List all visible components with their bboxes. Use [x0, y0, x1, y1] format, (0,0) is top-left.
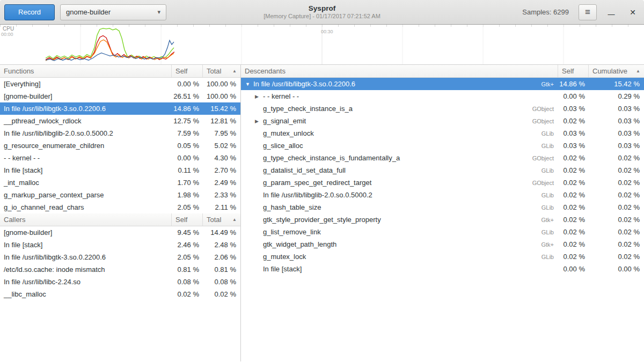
sort-arrow-icon: ▲ — [232, 217, 237, 222]
category-label: Gtk+ — [536, 241, 558, 248]
tree-row[interactable]: gtk_style_provider_get_style_propertyGtk… — [241, 213, 644, 226]
total-percent: 4.30 % — [203, 154, 240, 162]
table-row[interactable]: In file [stack]0.11 %2.70 % — [0, 164, 240, 176]
tree-row[interactable]: gtk_widget_path_lengthGtk+0.02 %0.02 % — [241, 238, 644, 250]
function-name: g_hash_table_size — [263, 203, 321, 211]
left-pane: Functions Self Total ▲ [Everything]0.00 … — [0, 65, 241, 361]
total-percent: 2.11 % — [203, 203, 240, 211]
table-row[interactable]: /etc/ld.so.cache: inode mismatch0.81 %0.… — [0, 263, 240, 276]
table-row[interactable]: g_markup_parse_context_parse1.98 %2.33 % — [0, 189, 240, 201]
table-row[interactable]: [Everything]0.00 %100.00 % — [0, 78, 240, 90]
record-button[interactable]: Record — [4, 4, 55, 20]
self-percent: 1.70 % — [172, 179, 203, 187]
table-row[interactable]: _int_malloc1.70 %2.49 % — [0, 176, 240, 189]
tree-row[interactable]: In file /usr/lib/libglib-2.0.so.0.5000.2… — [241, 189, 644, 201]
cumulative-column-header[interactable]: Cumulative ▲ — [589, 65, 644, 77]
process-selector-label: gnome-builder — [66, 8, 111, 16]
process-selector[interactable]: gnome-builder ▾ — [60, 4, 166, 20]
table-row[interactable]: g_io_channel_read_chars2.05 %2.11 % — [0, 201, 240, 213]
function-name: g_type_check_instance_is_fundamentally_a — [263, 154, 400, 162]
total-header-label: Total — [207, 67, 221, 75]
tree-row[interactable]: ▶- - kernel - -0.00 %0.29 % — [241, 90, 644, 102]
self-column-header[interactable]: Self — [172, 213, 203, 226]
total-percent: 5.02 % — [203, 142, 240, 150]
self-column-header[interactable]: Self — [172, 65, 203, 77]
self-percent: 0.02 % — [558, 228, 589, 236]
functions-table-body: [Everything]0.00 %100.00 %[gnome-builder… — [0, 78, 240, 213]
tree-row[interactable]: g_param_spec_get_redirect_targetGObject0… — [241, 176, 644, 189]
expander-expanded-icon[interactable]: ▼ — [245, 82, 253, 87]
function-name: _int_malloc — [0, 179, 172, 187]
expander-collapsed-icon[interactable]: ▶ — [255, 94, 263, 99]
self-percent: 0.02 % — [558, 203, 589, 211]
self-percent: 0.08 % — [172, 278, 203, 286]
function-name: In file /usr/lib/libc-2.24.so — [0, 278, 172, 286]
total-column-header[interactable]: Total ▲ — [203, 213, 240, 226]
callers-column-header[interactable]: Callers — [0, 213, 172, 226]
tree-row[interactable]: g_slice_allocGLib0.03 %0.03 % — [241, 139, 644, 152]
functions-table-header: Functions Self Total ▲ — [0, 65, 240, 78]
total-column-header[interactable]: Total ▲ — [203, 65, 240, 77]
function-name: g_list_remove_link — [263, 228, 321, 236]
self-percent: 0.05 % — [172, 142, 203, 150]
table-row[interactable]: g_resource_enumerate_children0.05 %5.02 … — [0, 139, 240, 152]
callers-table-body: [gnome-builder]9.45 %14.49 %In file [sta… — [0, 226, 240, 300]
headerbar: Record gnome-builder ▾ Sysprof [Memory C… — [0, 0, 644, 25]
table-row[interactable]: In file /usr/lib/libglib-2.0.so.0.5000.2… — [0, 127, 240, 139]
total-percent: 0.08 % — [203, 278, 240, 286]
category-label: GLib — [536, 130, 558, 137]
self-percent: 0.81 % — [172, 265, 203, 274]
table-row[interactable]: - - kernel - -0.00 %4.30 % — [0, 152, 240, 164]
callers-header-label: Callers — [4, 216, 25, 224]
tree-row[interactable]: g_list_remove_linkGLib0.02 %0.02 % — [241, 226, 644, 238]
function-name: [gnome-builder] — [0, 92, 172, 100]
tree-row[interactable]: g_type_check_instance_is_fundamentally_a… — [241, 152, 644, 164]
tree-row[interactable]: g_type_check_instance_is_aGObject0.03 %0… — [241, 102, 644, 115]
table-row[interactable]: [gnome-builder]9.45 %14.49 % — [0, 226, 240, 239]
tree-row[interactable]: ▼In file /usr/lib/libgtk-3.so.0.2200.6Gt… — [241, 78, 644, 90]
sort-arrow-icon: ▲ — [636, 69, 640, 73]
cumulative-percent: 0.03 % — [589, 117, 644, 125]
tree-row[interactable]: In file [stack]0.00 %0.00 % — [241, 263, 644, 275]
tree-row[interactable]: g_mutex_lockGLib0.02 %0.02 % — [241, 250, 644, 263]
function-name: [gnome-builder] — [0, 228, 172, 237]
self-percent: 9.45 % — [172, 228, 203, 237]
total-percent: 2.48 % — [203, 241, 240, 249]
self-percent: 0.11 % — [172, 166, 203, 174]
functions-column-header[interactable]: Functions — [0, 65, 172, 77]
self-percent: 2.05 % — [172, 203, 203, 211]
table-row[interactable]: In file /usr/lib/libc-2.24.so0.08 %0.08 … — [0, 276, 240, 288]
table-row[interactable]: __libc_malloc0.02 %0.02 % — [0, 288, 240, 300]
function-name: __libc_malloc — [0, 290, 172, 298]
table-row[interactable]: __pthread_rwlock_rdlock12.75 %12.81 % — [0, 115, 240, 127]
category-label: GLib — [536, 143, 558, 149]
menu-button[interactable]: ≡ — [579, 4, 597, 20]
table-row[interactable]: [gnome-builder]26.51 %100.00 % — [0, 90, 240, 102]
function-name: [Everything] — [0, 80, 172, 88]
cumulative-percent: 0.29 % — [589, 92, 644, 100]
cpu-graph-label: CPU — [3, 26, 14, 32]
window-title: Sysprof — [309, 4, 335, 13]
time-label-mid: 00:30 — [321, 29, 333, 34]
descendants-column-header[interactable]: Descendants — [241, 65, 558, 77]
tree-row[interactable]: g_hash_table_sizeGLib0.02 %0.02 % — [241, 201, 644, 213]
expander-collapsed-icon[interactable]: ▶ — [255, 119, 263, 124]
total-percent: 0.02 % — [203, 290, 240, 298]
self-header-label: Self — [175, 67, 187, 75]
tree-row[interactable]: g_datalist_id_set_data_fullGLib0.02 %0.0… — [241, 164, 644, 176]
self-column-header[interactable]: Self — [558, 65, 589, 77]
table-row[interactable]: In file [stack]2.46 %2.48 % — [0, 239, 240, 251]
category-label: GObject — [527, 118, 558, 124]
category-label: GObject — [527, 155, 558, 161]
table-row[interactable]: In file /usr/lib/libgtk-3.so.0.2200.614.… — [0, 102, 240, 115]
self-percent: 0.00 % — [558, 265, 589, 273]
minimize-button[interactable]: — — [604, 5, 618, 19]
close-button[interactable]: ✕ — [626, 5, 640, 19]
cpu-usage-graph[interactable]: CPU 00:00 00:30 — [0, 25, 644, 65]
total-percent: 7.95 % — [203, 129, 240, 137]
tree-row[interactable]: ▶g_signal_emitGObject0.02 %0.03 % — [241, 115, 644, 127]
table-row[interactable]: In file /usr/lib/libgtk-3.so.0.2200.62.0… — [0, 251, 240, 263]
tree-row[interactable]: g_mutex_unlockGLib0.03 %0.03 % — [241, 127, 644, 139]
category-label: Gtk+ — [536, 217, 558, 223]
main-area: Functions Self Total ▲ [Everything]0.00 … — [0, 65, 644, 361]
